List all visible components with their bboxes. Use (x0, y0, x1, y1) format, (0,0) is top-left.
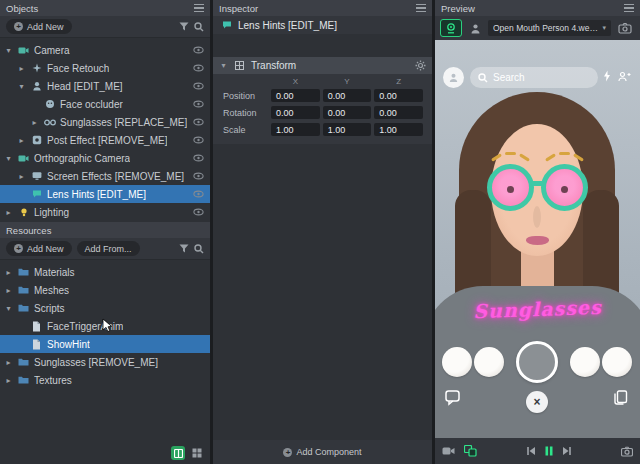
transform-rows: Position0.000.000.00Rotation0.000.000.00… (215, 88, 426, 137)
tree-item-materials[interactable]: ▸Materials (0, 263, 210, 281)
transform-value-input[interactable]: 0.00 (374, 89, 423, 102)
close-lens-button[interactable]: × (526, 391, 548, 413)
chevron-down-icon[interactable]: ▾ (219, 61, 228, 70)
chevron-right-icon[interactable]: ▸ (4, 208, 13, 217)
objects-toolbar: + Add New (0, 16, 210, 38)
chevron-right-icon[interactable]: ▸ (4, 286, 13, 295)
visibility-toggle-icon[interactable] (193, 208, 204, 216)
visibility-toggle-icon[interactable] (193, 136, 204, 144)
tree-item-label: Orthographic Camera (34, 153, 130, 164)
chevron-right-icon[interactable]: ▸ (30, 118, 39, 127)
gear-icon[interactable] (415, 60, 426, 71)
simulation-mode-icon[interactable] (464, 445, 477, 457)
preview-source-dropdown[interactable]: Open Mouth Person 4.webm ▾ (488, 20, 611, 36)
video-record-icon[interactable] (442, 446, 455, 456)
profile-avatar[interactable] (443, 67, 464, 88)
transform-value-input[interactable]: 0.00 (323, 89, 372, 102)
folder-icon (17, 303, 30, 313)
panel-menu-icon[interactable] (624, 4, 634, 12)
guide-button[interactable] (171, 446, 185, 460)
chevron-down-icon[interactable]: ▾ (4, 154, 13, 163)
camera-icon (17, 154, 30, 163)
chevron-right-icon[interactable]: ▸ (17, 64, 26, 73)
transform-value-input[interactable]: 1.00 (323, 123, 372, 136)
add-component-button[interactable]: + Add Component (275, 445, 369, 460)
tree-item-scripts[interactable]: ▾Scripts (0, 299, 210, 317)
objects-panel-header: Objects (0, 0, 210, 16)
filter-icon[interactable] (179, 22, 189, 31)
tree-item-textures[interactable]: ▸Textures (0, 371, 210, 389)
tree-item-sunglasses-remove-me[interactable]: ▸Sunglasses [REMOVE_ME] (0, 353, 210, 371)
tree-item-face-retouch[interactable]: ▸Face Retouch (0, 59, 210, 77)
tree-item-orthographic-camera[interactable]: ▾Orthographic Camera (0, 149, 210, 167)
tree-item-head-edit-me[interactable]: ▾Head [EDIT_ME] (0, 77, 210, 95)
visibility-toggle-icon[interactable] (193, 64, 204, 72)
chevron-right-icon[interactable]: ▸ (17, 136, 26, 145)
chevron-right-icon[interactable]: ▸ (4, 376, 13, 385)
transform-header[interactable]: ▾ Transform (213, 57, 432, 74)
visibility-toggle-icon[interactable] (193, 154, 204, 162)
tree-item-showhint[interactable]: ShowHint (0, 335, 210, 353)
lens-carousel-item[interactable] (442, 347, 472, 377)
chevron-right-icon[interactable]: ▸ (17, 172, 26, 181)
lens-carousel-item[interactable] (570, 347, 600, 377)
add-new-button[interactable]: + Add New (6, 241, 72, 256)
person-source-button[interactable] (466, 19, 484, 37)
filter-icon[interactable] (179, 244, 189, 253)
chevron-right-icon[interactable]: ▸ (4, 358, 13, 367)
stories-icon[interactable] (613, 390, 628, 405)
transform-value-input[interactable]: 0.00 (323, 106, 372, 119)
chevron-down-icon[interactable]: ▾ (17, 82, 26, 91)
visibility-toggle-icon[interactable] (193, 118, 204, 126)
transform-value-input[interactable]: 1.00 (271, 123, 320, 136)
snapshot-icon[interactable] (621, 446, 633, 457)
add-new-button[interactable]: + Add New (6, 19, 72, 34)
panel-menu-icon[interactable] (416, 4, 426, 12)
chevron-down-icon[interactable]: ▾ (4, 46, 13, 55)
capture-button[interactable] (516, 341, 558, 383)
tree-item-screen-effects-remove-me[interactable]: ▸Screen Effects [REMOVE_ME] (0, 167, 210, 185)
chevron-right-icon[interactable]: ▸ (4, 268, 13, 277)
search-icon[interactable] (194, 244, 204, 254)
tree-item-post-effect-remove-me[interactable]: ▸Post Effect [REMOVE_ME] (0, 131, 210, 149)
flash-icon[interactable] (603, 70, 611, 82)
transform-value-input[interactable]: 0.00 (374, 106, 423, 119)
retouch-icon (30, 63, 43, 73)
tree-item-meshes[interactable]: ▸Meshes (0, 281, 210, 299)
add-from-button[interactable]: Add From... (77, 241, 140, 256)
visibility-toggle-icon[interactable] (193, 82, 204, 90)
visibility-toggle-icon[interactable] (193, 172, 204, 180)
visibility-toggle-icon[interactable] (193, 46, 204, 54)
visibility-toggle-icon[interactable] (193, 190, 204, 198)
lens-carousel-item[interactable] (474, 347, 504, 377)
tree-item-lens-hints-edit-me[interactable]: Lens Hints [EDIT_ME] (0, 185, 210, 203)
tree-item-facetriggeranim[interactable]: FaceTriggerAnim (0, 317, 210, 335)
resources-panel-title: Resources (6, 225, 204, 236)
pause-icon[interactable] (545, 446, 553, 456)
visibility-toggle-icon[interactable] (193, 100, 204, 108)
subject-lips (526, 236, 549, 245)
transform-value-input[interactable]: 1.00 (374, 123, 423, 136)
preview-source-name: Open Mouth Person 4.webm (493, 23, 599, 33)
skip-forward-icon[interactable] (562, 446, 572, 456)
transform-value-input[interactable]: 0.00 (271, 106, 320, 119)
webcam-source-button[interactable] (440, 19, 462, 37)
skip-back-icon[interactable] (526, 446, 536, 456)
search-bar[interactable]: Search (470, 67, 598, 88)
lens-carousel-item[interactable] (602, 347, 632, 377)
tree-item-camera[interactable]: ▾Camera (0, 41, 210, 59)
tree-item-sunglasses-replace-me[interactable]: ▸Sunglasses [REPLACE_ME] (0, 113, 210, 131)
transform-body: X Y Z Position0.000.000.00Rotation0.000.… (213, 74, 432, 144)
transform-row-scale: Scale1.001.001.00 (215, 122, 426, 137)
tree-item-lighting[interactable]: ▸Lighting (0, 203, 210, 221)
tree-item-label: Face Retouch (47, 63, 109, 74)
flip-camera-icon[interactable] (615, 19, 635, 37)
panel-menu-icon[interactable] (194, 4, 204, 12)
add-friend-icon[interactable] (618, 71, 631, 82)
transform-value-input[interactable]: 0.00 (271, 89, 320, 102)
grid-view-icon[interactable] (192, 448, 202, 458)
chevron-down-icon[interactable]: ▾ (4, 304, 13, 313)
tree-item-face-occluder[interactable]: Face occluder (0, 95, 210, 113)
search-icon[interactable] (194, 22, 204, 32)
chat-icon[interactable] (445, 390, 462, 406)
